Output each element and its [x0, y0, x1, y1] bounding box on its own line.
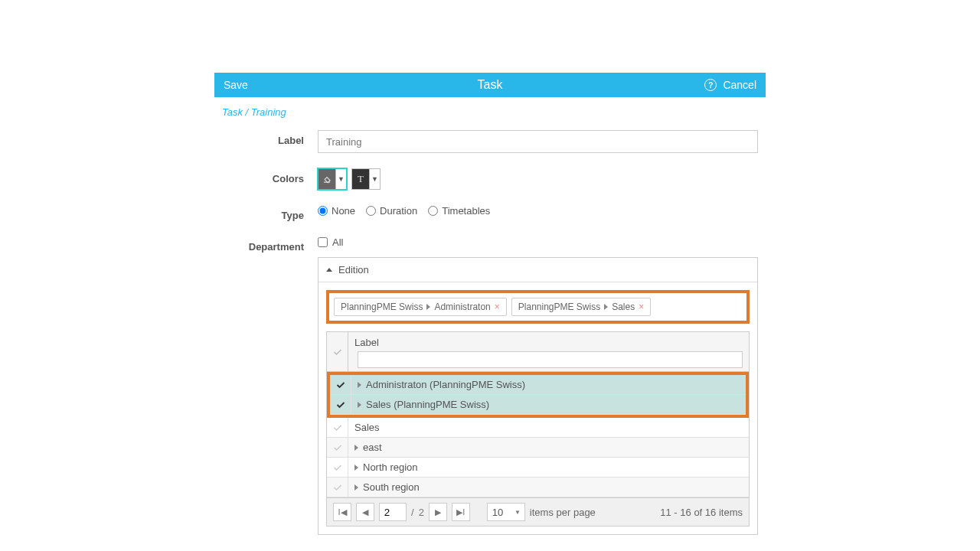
radio-label: Duration [380, 205, 417, 217]
triangle-right-icon [358, 402, 361, 408]
label-input[interactable] [318, 130, 758, 153]
dialog-header: Save Task ? Cancel [214, 73, 766, 97]
radio-duration[interactable]: Duration [366, 205, 417, 217]
column-header-label[interactable]: Label [354, 337, 743, 348]
row-label: Administraton (PlanningPME Swiss) [366, 379, 525, 390]
radio-label: None [332, 205, 355, 217]
remove-tag-icon[interactable]: × [639, 302, 644, 312]
field-label-colors: Colors [222, 168, 318, 184]
page-separator: / [411, 507, 414, 518]
tag-name: Administraton [434, 302, 490, 312]
row-checkbox[interactable] [330, 375, 351, 394]
tag-name: Sales [612, 302, 635, 312]
table-row[interactable]: Administraton (PlanningPME Swiss) [330, 375, 746, 395]
help-icon[interactable]: ? [704, 79, 717, 91]
tag-item: PlanningPME Swiss Sales × [511, 298, 651, 316]
row-label: Sales (PlanningPME Swiss) [366, 399, 489, 410]
row-colors: Colors ▼ T ▼ [222, 168, 758, 190]
checkbox-all-label: All [332, 236, 343, 248]
row-label: North region [363, 461, 418, 473]
row-checkbox[interactable] [330, 395, 351, 414]
radio-timetables[interactable]: Timetables [428, 205, 490, 217]
row-type: Type None Duration Timetables [222, 205, 758, 221]
grid-header: Label [327, 332, 749, 372]
page-size-value: 10 [492, 507, 503, 518]
pager-info: 11 - 16 of 16 items [660, 507, 743, 518]
table-row[interactable]: Sales [327, 418, 749, 438]
background-color-picker[interactable]: ▼ [318, 168, 347, 190]
pager: I◀ ◀ / 2 ▶ ▶I 10 items per page [327, 497, 749, 526]
paint-bucket-icon [318, 169, 335, 189]
check-icon [336, 400, 345, 409]
task-dialog: Save Task ? Cancel Task / Training Label… [214, 73, 766, 535]
page-number-input[interactable] [379, 503, 407, 521]
triangle-right-icon [354, 465, 358, 471]
remove-tag-icon[interactable]: × [495, 302, 500, 312]
selected-tags-highlight: PlanningPME Swiss Administraton × Planni… [326, 290, 750, 324]
check-icon [333, 443, 342, 452]
dialog-title: Task [478, 78, 503, 92]
triangle-right-icon [426, 304, 430, 310]
edition-label: Edition [338, 264, 369, 276]
field-label-department: Department [222, 236, 318, 253]
text-icon: T [352, 169, 369, 189]
row-checkbox[interactable] [327, 418, 348, 437]
check-icon [336, 380, 345, 390]
edition-toggle[interactable]: Edition [318, 258, 757, 282]
table-row[interactable]: South region [327, 478, 749, 497]
table-row[interactable]: Sales (PlanningPME Swiss) [330, 395, 746, 415]
cancel-button[interactable]: Cancel [723, 79, 756, 91]
radio-label: Timetables [442, 205, 490, 217]
text-color-picker[interactable]: T ▼ [351, 168, 381, 190]
checkbox-all[interactable]: All [318, 236, 758, 248]
triangle-right-icon [354, 484, 358, 491]
field-label-type: Type [222, 205, 318, 221]
label-filter-input[interactable] [358, 351, 743, 368]
chevron-up-icon [326, 268, 332, 272]
prev-page-button[interactable]: ◀ [356, 503, 374, 521]
first-page-button[interactable]: I◀ [333, 503, 351, 521]
items-per-page-label: items per page [530, 507, 596, 518]
dialog-body: Task / Training Label Colors ▼ [214, 97, 766, 535]
check-icon [333, 423, 342, 432]
row-checkbox[interactable] [327, 458, 348, 477]
check-icon [333, 347, 342, 357]
page-size-select[interactable]: 10 [487, 503, 525, 521]
triangle-right-icon [358, 382, 361, 388]
selected-rows-highlight: Administraton (PlanningPME Swiss) Sales … [327, 372, 749, 418]
chevron-down-icon: ▼ [369, 169, 380, 189]
chevron-down-icon: ▼ [335, 169, 346, 189]
row-label: east [363, 442, 382, 453]
breadcrumb: Task / Training [222, 106, 758, 118]
row-checkbox[interactable] [327, 478, 348, 497]
row-label: Label [222, 130, 758, 153]
triangle-right-icon [354, 445, 358, 451]
field-label-label: Label [222, 130, 318, 146]
tag-item: PlanningPME Swiss Administraton × [334, 298, 507, 316]
edition-panel: Edition PlanningPME Swiss Administraton … [318, 257, 758, 535]
row-department: Department All Edition PlanningPME Swiss [222, 236, 758, 535]
check-icon [333, 483, 342, 492]
tag-group: PlanningPME Swiss [341, 302, 423, 312]
row-label: Sales [354, 422, 380, 433]
triangle-right-icon [604, 304, 608, 310]
select-all-column[interactable] [327, 332, 348, 371]
department-grid: Label Administraton (PlanningPME Swiss) [326, 331, 750, 527]
table-row[interactable]: North region [327, 458, 749, 478]
next-page-button[interactable]: ▶ [429, 503, 447, 521]
total-pages: 2 [419, 507, 424, 518]
row-label: South region [363, 481, 420, 493]
radio-none[interactable]: None [318, 205, 355, 217]
row-checkbox[interactable] [327, 438, 348, 457]
tag-group: PlanningPME Swiss [518, 302, 600, 312]
save-button[interactable]: Save [224, 79, 248, 91]
table-row[interactable]: east [327, 438, 749, 458]
check-icon [333, 463, 342, 472]
last-page-button[interactable]: ▶I [452, 503, 470, 521]
